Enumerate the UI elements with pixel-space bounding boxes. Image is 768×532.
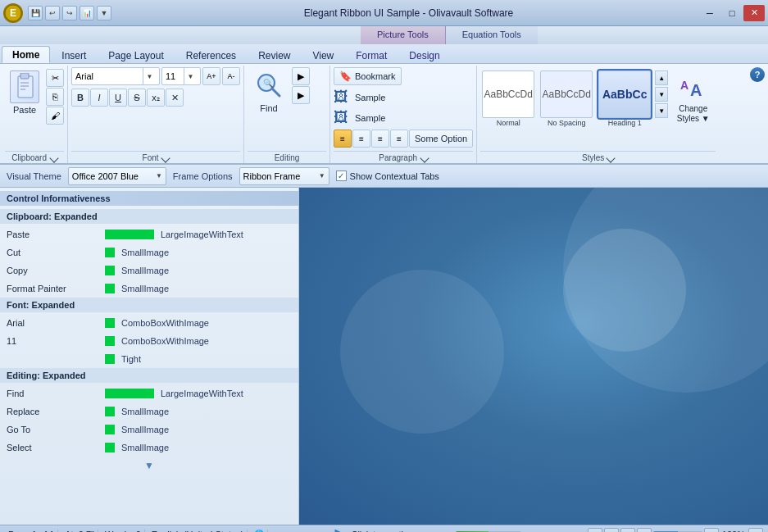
align-center-button[interactable]: ≡ <box>352 130 370 148</box>
select-indicator <box>105 443 115 452</box>
styles-scroll-up[interactable]: ▲ <box>655 70 668 85</box>
tab-insert[interactable]: Insert <box>51 47 97 63</box>
align-left-button[interactable]: ≡ <box>334 130 352 148</box>
tab-references[interactable]: References <box>175 47 247 63</box>
font-size-combo[interactable]: 11 ▼ <box>161 67 201 85</box>
more-qat-btn[interactable]: ▼ <box>97 6 111 20</box>
clear-format-button[interactable]: ✕ <box>166 89 184 107</box>
paste-button[interactable]: Paste <box>5 67 44 118</box>
window-controls: ─ □ ✕ <box>699 5 765 21</box>
minimize-button[interactable]: ─ <box>699 5 720 21</box>
change-styles-button[interactable]: A A ChangeStyles ▼ <box>670 69 716 126</box>
font-label: Font <box>71 151 240 163</box>
svg-rect-2 <box>18 76 33 98</box>
help-button[interactable]: ? <box>750 67 765 82</box>
theme-select-arrow: ▼ <box>156 172 162 180</box>
copy-indicator <box>105 266 115 275</box>
tab-home[interactable]: Home <box>2 46 50 63</box>
titlebar: E 💾 ↩ ↪ 📊 ▼ Elegant Ribbon UI Sample - O… <box>0 0 768 26</box>
theme-select[interactable]: Office 2007 Blue ▼ <box>68 167 166 185</box>
progress-play-button[interactable] <box>334 530 344 533</box>
replace-indicator <box>105 407 115 416</box>
list-item: Format Painter SmallImage <box>0 280 298 298</box>
view-btn1[interactable]: ▤ <box>588 528 602 533</box>
style-no-spacing[interactable]: AaBbCcDd No Spacing <box>539 69 594 129</box>
format-painter-button[interactable]: 🖌 <box>46 107 64 125</box>
sample-icon1: 🖼 <box>334 89 348 106</box>
frame-select[interactable]: Ribbon Frame ▼ <box>239 167 329 185</box>
style-normal[interactable]: AaBbCcDd Normal <box>480 69 536 129</box>
window-title: Elegant Ribbon UI Sample - Olivavault So… <box>118 7 699 19</box>
list-item: 11 ComboBoxWithImage <box>0 332 298 350</box>
page-info: Page 1 of 1 <box>5 530 58 533</box>
zoom-in-button[interactable]: + <box>704 528 719 533</box>
tab-page-layout[interactable]: Page Layout <box>98 47 174 63</box>
styles-scroll-down[interactable]: ▼ <box>655 87 668 102</box>
position-info: At: 0.7" <box>61 530 98 533</box>
clipboard-expand-icon[interactable] <box>49 154 58 163</box>
save-qat-btn[interactable]: 💾 <box>28 6 43 20</box>
progress-area: Click to run the progress <box>334 530 520 533</box>
find-button[interactable]: 🔍 Find <box>248 67 290 116</box>
align-right-button[interactable]: ≡ <box>371 130 389 148</box>
cut-button[interactable]: ✂ <box>46 69 64 87</box>
paragraph-label: Paragraph <box>334 151 473 163</box>
view-btn3[interactable]: ▦ <box>620 528 635 533</box>
format-painter-indicator <box>105 284 115 293</box>
tab-view[interactable]: View <box>302 47 344 63</box>
list-item: Copy SmallImage <box>0 261 298 280</box>
font-size-arrow[interactable]: ▼ <box>184 68 197 84</box>
tab-design[interactable]: Design <box>398 47 450 63</box>
tab-format[interactable]: Format <box>345 47 398 63</box>
bold-button[interactable]: B <box>71 89 89 107</box>
ribbon: Paste ✂ ⎘ 🖌 Clipboard Arial ▼ 11 ▼ <box>0 64 768 165</box>
italic-button[interactable]: I <box>90 89 108 107</box>
editing-arrow2[interactable]: ▶ <box>292 86 310 104</box>
subscript-button[interactable]: x₂ <box>147 89 165 107</box>
underline-button[interactable]: U <box>109 89 127 107</box>
font-name-combo[interactable]: Arial ▼ <box>71 67 160 85</box>
progress-label: Click to run the progress <box>351 530 448 533</box>
cut-indicator <box>105 248 115 257</box>
copy-button[interactable]: ⎘ <box>46 88 64 106</box>
section-editing: Editing: Expanded <box>0 368 298 383</box>
font-name-arrow[interactable]: ▼ <box>143 68 156 84</box>
editing-arrow-column: ▶ ▶ <box>292 67 310 104</box>
equation-tools-label: Equation Tools <box>446 26 538 44</box>
align-justify-button[interactable]: ≡ <box>390 130 408 148</box>
undo-qat-btn[interactable]: ↩ <box>45 6 60 20</box>
change-styles-icon: A A <box>679 71 708 104</box>
strikethrough-button[interactable]: S <box>128 89 146 107</box>
styles-expand-icon[interactable] <box>607 153 616 162</box>
goto-indicator <box>105 425 115 434</box>
editing-label: Editing <box>248 151 326 163</box>
some-option-button[interactable]: Some Option <box>409 130 473 148</box>
tab-review[interactable]: Review <box>248 47 301 63</box>
size-indicator <box>105 336 115 346</box>
chart-qat-btn[interactable]: 📊 <box>80 6 94 20</box>
font-expand-icon[interactable] <box>161 154 170 163</box>
editing-arrow1[interactable]: ▶ <box>292 67 310 85</box>
style-normal-preview: AaBbCcDd <box>482 70 534 118</box>
frame-select-arrow: ▼ <box>319 172 325 180</box>
editing-group: 🔍 Find ▶ ▶ Editing <box>244 66 330 163</box>
font-shrink-button[interactable]: A- <box>222 67 240 85</box>
styles-scroll-more[interactable]: ▼ <box>655 103 668 118</box>
find-label: Find <box>260 103 277 113</box>
zoom-fit-button[interactable]: ⊡ <box>748 528 763 533</box>
paragraph-expand-icon[interactable] <box>420 154 429 163</box>
font-name-row: Arial ▼ 11 ▼ A+ A- <box>71 67 240 85</box>
font-grow-button[interactable]: A+ <box>202 67 220 85</box>
zoom-out-button[interactable]: − <box>637 528 652 533</box>
clipboard-group: Paste ✂ ⎘ 🖌 Clipboard <box>2 66 68 163</box>
redo-qat-btn[interactable]: ↪ <box>62 6 77 20</box>
view-btn2[interactable]: ▥ <box>604 528 619 533</box>
find-icon: 🔍 <box>254 70 284 103</box>
close-button[interactable]: ✕ <box>743 5 765 21</box>
show-ctx-tabs-checkbox[interactable]: ✓ <box>336 171 347 181</box>
maximize-button[interactable]: □ <box>721 5 743 21</box>
styles-group-content: AaBbCcDd Normal AaBbCcDd No Spacing AaBb… <box>480 67 716 149</box>
svg-text:A: A <box>680 79 688 92</box>
style-heading1[interactable]: AaBbCc Heading 1 <box>597 69 652 129</box>
bookmark-button[interactable]: 🔖 Bookmark <box>334 67 402 85</box>
